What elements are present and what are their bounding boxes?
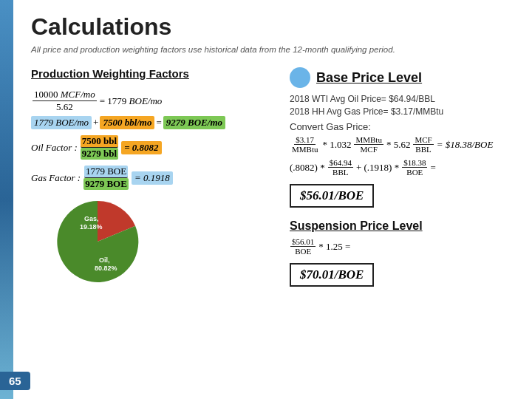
oil-pie-pct: 80.82% bbox=[95, 265, 117, 272]
cf-frac2: MMBtu MCF bbox=[354, 135, 383, 154]
cf-frac1: $3.17 MMBtu bbox=[290, 135, 319, 154]
formula1-equals: = 1779 BOE/mo bbox=[100, 95, 163, 107]
suspension-title: Suspension Price Level bbox=[290, 219, 514, 233]
page-number: 65 bbox=[0, 372, 30, 390]
gas-factor-fraction: 1779 BOE 9279 BOE bbox=[83, 166, 129, 190]
convert-label: Convert Gas Price: bbox=[290, 121, 514, 132]
left-column: Production Weighting Factors 10000 MCF/m… bbox=[31, 67, 282, 291]
oil-pie-label: Oil, bbox=[99, 256, 110, 264]
cf-frac3: MCF BBL bbox=[413, 135, 433, 154]
suspend-result-box: $70.01/BOE bbox=[290, 259, 514, 291]
gas-factor-result: = 0.1918 bbox=[132, 171, 173, 185]
production-weighting-title: Production Weighting Factors bbox=[31, 67, 275, 80]
base-price-header: Base Price Level bbox=[290, 67, 514, 88]
suspend-calc-row: $56.01 BOE * 1.25 = bbox=[290, 237, 514, 256]
gas-pie-pct: 19.18% bbox=[80, 223, 103, 231]
suspend-result-value: $70.01/BOE bbox=[290, 263, 374, 287]
gas-factor-label: Gas Factor : bbox=[31, 172, 81, 184]
page-title: Calculations bbox=[31, 13, 514, 41]
base-price-title: Base Price Level bbox=[316, 70, 422, 86]
gas-pie-label: Gas, bbox=[84, 215, 99, 222]
right-column: Base Price Level 2018 WTI Avg Oil Price=… bbox=[282, 67, 514, 291]
hh-price: 2018 HH Avg Gas Price= $3.17/MMBtu bbox=[290, 106, 514, 117]
bc-frac2: $18.38 BOE bbox=[402, 158, 427, 177]
boe-9279: 9279 BOE/mo bbox=[163, 116, 225, 129]
pie-chart: Gas, 19.18% Oil, 80.82% bbox=[53, 197, 142, 286]
main-content: Calculations All price and production we… bbox=[13, 0, 532, 399]
sidebar-accent bbox=[0, 0, 13, 399]
oil-factor-result: = 0.8082 bbox=[121, 141, 161, 154]
convert-formula-row: $3.17 MMBtu * 1.032 MMBtu MCF * 5.62 MCF… bbox=[290, 135, 514, 154]
oil-factor-row: Oil Factor : 7500 bbl 9279 bbl = 0.8082 bbox=[31, 135, 275, 160]
bc-frac1: $64.94 BBL bbox=[328, 158, 353, 177]
pie-svg: Gas, 19.18% Oil, 80.82% bbox=[53, 197, 142, 286]
blue-circle-icon bbox=[290, 67, 310, 88]
oil-factor-fraction: 7500 bbl 9279 bbl bbox=[81, 135, 118, 160]
base-result-box: $56.01/BOE bbox=[290, 180, 514, 212]
two-column-layout: Production Weighting Factors 10000 MCF/m… bbox=[31, 67, 514, 291]
fraction-10000: 10000 MCF/mo 5.62 bbox=[33, 89, 97, 113]
formula1-row: 10000 MCF/mo 5.62 = 1779 BOE/mo bbox=[31, 89, 275, 113]
base-result-value: $56.01/BOE bbox=[290, 184, 374, 208]
sc-frac: $56.01 BOE bbox=[290, 237, 316, 256]
wti-price: 2018 WTI Avg Oil Price= $64.94/BBL bbox=[290, 94, 514, 104]
base-calc-row: (.8082) * $64.94 BBL + (.1918) * $18.38 … bbox=[290, 158, 514, 177]
boe-1779: 1779 BOE/mo bbox=[31, 116, 92, 129]
formula2-row: 1779 BOE/mo + 7500 bbl/mo = 9279 BOE/mo bbox=[31, 116, 275, 129]
subtitle: All price and production weighting facto… bbox=[31, 45, 514, 54]
bbl-7500: 7500 bbl/mo bbox=[100, 116, 154, 129]
cf-result: = $18.38/BOE bbox=[437, 139, 494, 151]
oil-factor-label: Oil Factor : bbox=[31, 142, 78, 154]
gas-factor-row: Gas Factor : 1779 BOE 9279 BOE = 0.1918 bbox=[31, 166, 275, 190]
